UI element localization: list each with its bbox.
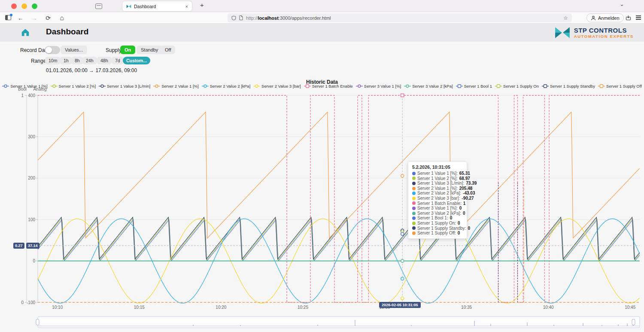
signin-button[interactable]: Anmelden [586, 13, 624, 22]
home-icon[interactable] [21, 28, 30, 37]
legend-label: Server 1 Value 3 [L/min] [107, 84, 150, 88]
window-close-button[interactable] [11, 3, 17, 9]
logo-text-2: AUTOMATION EXPERTS [574, 34, 634, 39]
svg-text:400: 400 [28, 93, 35, 98]
legend-marker-icon [202, 84, 209, 88]
chart-canvas[interactable]: 4003002001000-10010BoolAnalog10:1010:151… [0, 79, 644, 332]
range-24h-button[interactable]: 24h [82, 57, 97, 64]
legend-item-6[interactable]: Server 1 Batch Enable [304, 84, 353, 88]
tooltip-series-dot [412, 231, 416, 235]
legend-label: Server 1 Value 2 [%] [59, 84, 96, 88]
supply-off-button[interactable]: Off [161, 46, 175, 54]
legend-marker-icon [356, 84, 363, 88]
menu-hamburger-icon[interactable] [636, 15, 641, 21]
tooltip-row-11: Server 1 Supply Standby: 0 [412, 226, 463, 231]
firefox-view-icon[interactable] [5, 15, 11, 20]
tooltip-series-dot [412, 216, 416, 220]
chart-legend: Server 1 Value 1 [%]Server 1 Value 2 [%]… [0, 84, 644, 88]
legend-item-10[interactable]: Server 1 Supply On [495, 84, 539, 88]
shield-icon[interactable] [231, 15, 236, 21]
legend-item-3[interactable]: Server 2 Value 1 [%] [153, 84, 198, 88]
tab-title: Dashboard [134, 4, 156, 9]
legend-item-4[interactable]: Server 2 Value 2 [kPa] [202, 84, 250, 88]
browser-tab-bar: Dashboard × + ⌄ [0, 0, 644, 12]
bookmark-star-icon[interactable]: ☆ [563, 15, 568, 21]
legend-item-12[interactable]: Server 1 Supply Off [598, 84, 642, 88]
logo-bowtie-icon [554, 26, 571, 39]
tab-list-chevron-icon[interactable]: ⌄ [620, 1, 624, 7]
date-range-text: 01.01.2026, 00:00 → 17.03.2026, 09:00 [46, 67, 137, 73]
window-minimize-button[interactable] [21, 3, 27, 9]
legend-marker-icon [542, 84, 549, 88]
tooltip-row-10: Server 1 Supply On: 0 [412, 221, 463, 226]
tooltip-series-dot [412, 201, 416, 205]
legend-item-2[interactable]: Server 1 Value 3 [L/min] [99, 84, 150, 88]
legend-label: Server 1 Bool 1 [464, 84, 492, 88]
historic-data-chart: Historic Data Server 1 Value 1 [%]Server… [0, 79, 644, 332]
sidebar-toggle-icon[interactable] [95, 3, 102, 9]
page-info-icon[interactable] [239, 15, 243, 20]
logo-text-1: STP CONTROLS [574, 27, 634, 34]
supply-standby-button[interactable]: Standby [137, 46, 162, 54]
tooltip-series-dot [412, 182, 416, 185]
save-page-icon[interactable] [624, 12, 632, 24]
url-bar[interactable]: http://localhost:3000/apps/recorder.html… [228, 13, 572, 22]
legend-item-0[interactable]: Server 1 Value 1 [%] [2, 84, 47, 88]
legend-marker-icon [304, 84, 311, 88]
legend-label: Server 2 Value 2 [kPa] [210, 84, 250, 88]
range-7d-button[interactable]: 7d [112, 57, 124, 64]
reload-button[interactable]: ⟳ [44, 12, 52, 24]
tooltip-series-dot [412, 212, 416, 215]
legend-marker-icon [404, 84, 411, 88]
legend-item-5[interactable]: Server 2 Value 3 [bar] [253, 84, 301, 88]
browser-nav-bar: ← → ⟳ ⌂ http://localhost:3000/apps/recor… [0, 12, 644, 24]
range-1h-button[interactable]: 1h [60, 57, 72, 64]
tooltip-title: 5.2.2026, 10:31:05 [412, 164, 463, 170]
bool-axis-pointer-badge: 0.27 [13, 243, 24, 249]
values-button[interactable]: Values... [61, 46, 87, 54]
tooltip-row-9: Server 1 Bool 1: 0 [412, 216, 463, 221]
svg-text:300: 300 [28, 134, 35, 139]
record-data-toggle[interactable] [45, 46, 60, 54]
tooltip-series-dot [412, 207, 416, 210]
legend-marker-icon [99, 84, 106, 88]
legend-label: Server 1 Value 1 [%] [10, 84, 47, 88]
legend-item-9[interactable]: Server 1 Bool 1 [456, 84, 492, 88]
legend-item-11[interactable]: Server 1 Supply Standby [542, 84, 595, 88]
tooltip-series-dot [412, 226, 416, 230]
app-body: Record Data Values... Supply On Standby … [0, 42, 644, 332]
home-button[interactable]: ⌂ [58, 12, 66, 24]
legend-item-7[interactable]: Server 3 Value 1 [%] [356, 84, 401, 88]
range-label: Range [31, 58, 46, 64]
tooltip-row-5: Server 2 Value 3 [bar]: -90.27 [412, 196, 463, 201]
svg-text:10:45: 10:45 [625, 305, 635, 310]
url-text: http://localhost:3000/apps/recorder.html [246, 15, 331, 21]
favicon-bowtie-icon [126, 4, 131, 9]
tooltip-row-6: Server 1 Batch Enable: 1 [412, 201, 463, 206]
legend-item-8[interactable]: Server 3 Value 2 [kPa] [404, 84, 453, 88]
tooltip-series-dot [412, 222, 416, 225]
tooltip-series-dot [412, 197, 416, 200]
legend-marker-icon [598, 84, 605, 88]
tooltip-series-dot [412, 187, 416, 190]
legend-label: Server 1 Supply Standby [550, 84, 595, 88]
supply-on-button[interactable]: On [120, 46, 135, 54]
window-zoom-button[interactable] [32, 3, 37, 9]
app-header: Dashboard STP CONTROLS AUTOMATION EXPERT… [0, 24, 644, 42]
range-custom-button[interactable]: Custom... [123, 57, 150, 64]
svg-text:0: 0 [33, 259, 35, 263]
tab-close-icon[interactable]: × [185, 4, 188, 9]
new-tab-button[interactable]: + [200, 1, 204, 9]
range-10m-button[interactable]: 10m [45, 57, 61, 64]
svg-text:10:25: 10:25 [298, 305, 308, 310]
back-button[interactable]: ← [16, 12, 25, 24]
range-8h-button[interactable]: 8h [71, 57, 83, 64]
legend-item-1[interactable]: Server 1 Value 2 [%] [51, 84, 96, 88]
forward-button[interactable]: → [30, 12, 39, 24]
legend-marker-icon [456, 84, 463, 88]
svg-text:100: 100 [28, 217, 35, 222]
tooltip-row-3: Server 2 Value 1 [%]: 205.48 [412, 186, 463, 191]
svg-text:200: 200 [28, 176, 35, 180]
range-48h-button[interactable]: 48h [97, 57, 112, 64]
tab-dashboard[interactable]: Dashboard × [122, 1, 192, 11]
